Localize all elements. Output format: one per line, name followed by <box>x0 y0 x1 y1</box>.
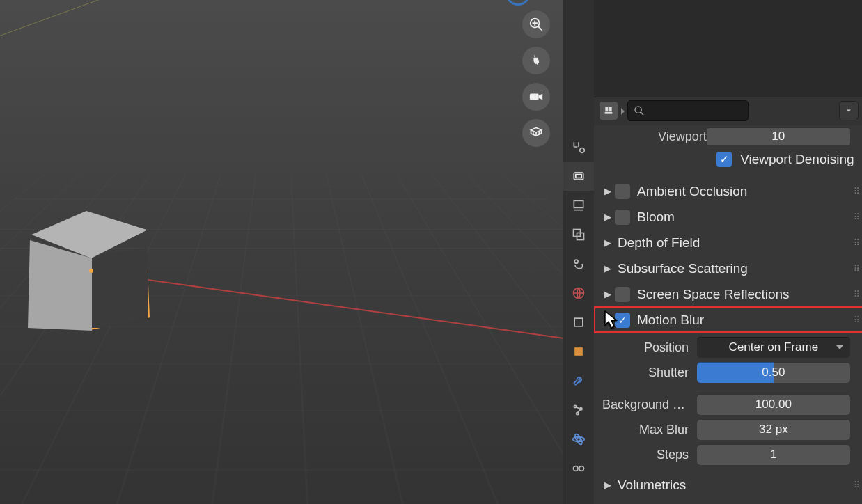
mb-steps-label: Steps <box>602 448 697 462</box>
mb-position-dropdown[interactable]: Center on Frame <box>697 337 850 358</box>
tab-tool[interactable] <box>563 132 594 162</box>
viewport-samples-field[interactable]: 10 <box>707 127 850 145</box>
properties-header <box>594 0 862 97</box>
ssr-checkbox[interactable] <box>615 287 630 302</box>
svg-point-8 <box>580 148 585 153</box>
tab-world[interactable] <box>563 278 594 308</box>
panel-motion-blur[interactable]: ▼ ✓ Motion Blur ⠿ <box>594 307 862 333</box>
panel-bloom[interactable]: ▶ Bloom ⠿ <box>594 204 862 230</box>
pan-icon[interactable] <box>522 47 550 74</box>
disclosure-icon: ▶ <box>601 480 615 490</box>
tab-physics[interactable] <box>563 425 594 454</box>
tab-object[interactable] <box>563 308 594 337</box>
panel-subsurface-scattering[interactable]: ▶ Subsurface Scattering ⠿ <box>594 255 862 281</box>
drag-grip-icon[interactable]: ⠿ <box>854 480 861 490</box>
panel-ambient-occlusion[interactable]: ▶ Ambient Occlusion ⠿ <box>594 178 862 204</box>
mb-bgsep-field[interactable]: 100.00 <box>697 394 850 415</box>
mb-steps-field[interactable]: 1 <box>697 444 850 465</box>
svg-rect-26 <box>605 107 608 112</box>
properties-panel: Viewport 10 ✓ Viewport Denoising ▶ Ambie… <box>594 0 862 504</box>
svg-rect-17 <box>574 347 583 356</box>
selected-cube[interactable] <box>28 211 150 336</box>
motion-blur-checkbox[interactable]: ✓ <box>615 313 630 328</box>
tab-modifiers[interactable] <box>563 337 594 366</box>
disclosure-icon: ▶ <box>601 186 615 196</box>
axis-y <box>0 0 161 49</box>
grid-toggle-icon[interactable] <box>522 119 550 147</box>
panel-volumetrics[interactable]: ▶ Volumetrics ⠿ <box>594 472 862 498</box>
viewport-3d[interactable] <box>0 0 563 504</box>
disclosure-icon: ▼ <box>601 315 615 325</box>
tab-particles[interactable] <box>563 395 594 425</box>
mb-position-label: Position <box>602 340 697 355</box>
tab-constraints[interactable] <box>563 454 594 483</box>
drag-grip-icon[interactable]: ⠿ <box>854 187 861 196</box>
disclosure-icon: ▶ <box>601 212 615 222</box>
svg-rect-27 <box>609 107 612 112</box>
zoom-icon[interactable] <box>522 10 550 38</box>
properties-pin[interactable] <box>600 102 618 120</box>
properties-search[interactable] <box>627 100 749 121</box>
panel-performance[interactable]: ▶ Performance ⠿ <box>594 498 862 504</box>
tab-render[interactable] <box>563 162 594 191</box>
search-icon <box>634 105 645 116</box>
svg-rect-4 <box>530 93 539 100</box>
disclosure-icon: ▶ <box>601 289 615 299</box>
mb-bgsep-label: Background S... <box>602 397 697 412</box>
svg-line-30 <box>641 112 643 115</box>
panel-depth-of-field[interactable]: ▶ Depth of Field ⠿ <box>594 230 862 255</box>
properties-options[interactable] <box>839 101 859 120</box>
camera-icon[interactable] <box>522 83 550 111</box>
mb-maxblur-label: Max Blur <box>602 423 697 437</box>
ao-checkbox[interactable] <box>615 184 630 199</box>
viewport-denoise-label: Viewport Denoising <box>740 152 854 167</box>
svg-point-29 <box>635 107 641 113</box>
viewport-denoise-checkbox[interactable]: ✓ <box>716 152 732 167</box>
svg-rect-28 <box>605 112 613 114</box>
svg-point-21 <box>577 438 581 441</box>
disclosure-icon: ▶ <box>601 263 615 274</box>
nav-gizmo[interactable] <box>506 0 531 6</box>
drag-grip-icon[interactable]: ⠿ <box>854 290 861 299</box>
tab-scene[interactable] <box>563 249 594 278</box>
properties-tabs <box>563 0 594 504</box>
svg-rect-16 <box>574 318 583 326</box>
drag-grip-icon[interactable]: ⠿ <box>854 238 861 248</box>
motion-blur-subpanel: Position Center on Frame Shutter 0.50 Ba… <box>594 333 862 472</box>
mb-maxblur-field[interactable]: 32 px <box>697 419 850 440</box>
svg-point-14 <box>574 260 578 263</box>
drag-grip-icon[interactable]: ⠿ <box>854 212 861 222</box>
drag-grip-icon[interactable]: ⠿ <box>854 264 861 274</box>
viewport-samples-label: Viewport <box>658 129 707 144</box>
svg-rect-11 <box>574 200 583 207</box>
viewport-samples-row: Viewport 10 <box>594 127 862 146</box>
svg-point-25 <box>579 466 584 471</box>
tab-modifier-wrench[interactable] <box>563 366 594 395</box>
svg-point-24 <box>574 466 579 471</box>
disclosure-icon: ▶ <box>601 237 615 248</box>
bloom-checkbox[interactable] <box>615 210 630 225</box>
object-origin <box>89 269 93 273</box>
mb-shutter-slider[interactable]: 0.50 <box>697 362 850 383</box>
svg-line-1 <box>538 26 542 31</box>
svg-point-23 <box>574 433 583 446</box>
tab-viewlayer[interactable] <box>563 220 594 249</box>
panel-screen-space-reflections[interactable]: ▶ Screen Space Reflections ⠿ <box>594 281 862 307</box>
mb-shutter-label: Shutter <box>602 365 697 380</box>
svg-rect-10 <box>576 175 581 178</box>
tab-output[interactable] <box>563 191 594 220</box>
drag-grip-icon[interactable]: ⠿ <box>854 315 861 325</box>
